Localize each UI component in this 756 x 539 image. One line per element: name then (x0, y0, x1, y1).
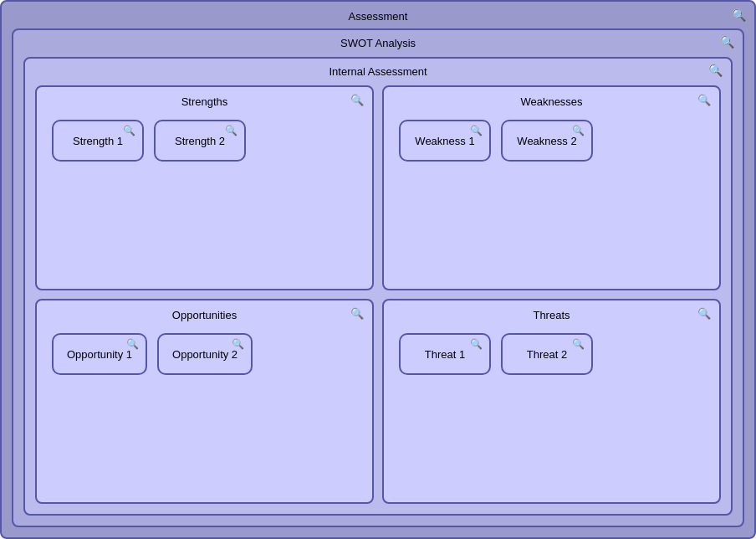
threats-title: Threats (392, 309, 711, 321)
internal-title: Internal Assessment (25, 65, 731, 78)
swot-search-icon[interactable]: 🔍 (720, 35, 734, 49)
weaknesses-items: 🔍 Weakness 1 🔍 Weakness 2 (392, 116, 711, 165)
strengths-quadrant: Strengths 🔍 🔍 Strength 1 🔍 Strength 2 (35, 85, 374, 290)
opportunity-1-search-icon[interactable]: 🔍 (126, 338, 139, 350)
strengths-search-icon[interactable]: 🔍 (350, 94, 364, 106)
internal-frame: Internal Assessment 🔍 Strengths 🔍 🔍 Stre… (23, 57, 733, 516)
threats-quadrant: Threats 🔍 🔍 Threat 1 🔍 Threat 2 (382, 299, 721, 504)
weakness-2-card[interactable]: 🔍 Weakness 2 (501, 120, 593, 162)
opportunity-1-label: Opportunity 1 (67, 348, 132, 361)
weaknesses-quadrant: Weaknesses 🔍 🔍 Weakness 1 🔍 Weakness 2 (382, 85, 721, 290)
opportunity-2-label: Opportunity 2 (172, 348, 238, 361)
opportunity-1-card[interactable]: 🔍 Opportunity 1 (52, 333, 147, 375)
swot-title: SWOT Analysis (13, 37, 743, 49)
assessment-title: Assessment (2, 10, 754, 23)
opportunities-items: 🔍 Opportunity 1 🔍 Opportunity 2 (45, 330, 364, 378)
weaknesses-title: Weaknesses (392, 95, 711, 108)
threats-search-icon[interactable]: 🔍 (697, 307, 711, 320)
opportunity-2-search-icon[interactable]: 🔍 (232, 338, 244, 350)
strength-2-label: Strength 2 (175, 135, 225, 147)
weakness-1-label: Weakness 1 (415, 135, 474, 147)
weakness-2-label: Weakness 2 (517, 135, 576, 147)
strength-1-search-icon[interactable]: 🔍 (123, 125, 135, 136)
threat-2-card[interactable]: 🔍 Threat 2 (501, 333, 593, 375)
opportunities-quadrant: Opportunities 🔍 🔍 Opportunity 1 🔍 Opport… (35, 299, 374, 504)
opportunities-search-icon[interactable]: 🔍 (350, 307, 364, 320)
opportunity-2-card[interactable]: 🔍 Opportunity 2 (157, 333, 253, 375)
internal-search-icon[interactable]: 🔍 (708, 64, 723, 77)
strengths-title: Strengths (45, 95, 364, 108)
opportunities-title: Opportunities (45, 309, 364, 321)
threat-2-label: Threat 2 (527, 348, 567, 361)
assessment-frame: Assessment 🔍 SWOT Analysis 🔍 Internal As… (0, 0, 756, 539)
strengths-items: 🔍 Strength 1 🔍 Strength 2 (45, 116, 364, 165)
swot-frame: SWOT Analysis 🔍 Internal Assessment 🔍 St… (12, 28, 744, 527)
weaknesses-search-icon[interactable]: 🔍 (697, 94, 711, 106)
strength-2-card[interactable]: 🔍 Strength 2 (154, 120, 246, 162)
weakness-1-search-icon[interactable]: 🔍 (470, 125, 483, 136)
strength-1-label: Strength 1 (73, 135, 123, 147)
threat-2-search-icon[interactable]: 🔍 (572, 338, 585, 350)
strength-2-search-icon[interactable]: 🔍 (225, 125, 238, 136)
threat-1-card[interactable]: 🔍 Threat 1 (399, 333, 491, 375)
quadrants-container: Strengths 🔍 🔍 Strength 1 🔍 Strength 2 (35, 85, 721, 504)
threat-1-search-icon[interactable]: 🔍 (470, 338, 483, 350)
threats-items: 🔍 Threat 1 🔍 Threat 2 (392, 330, 711, 378)
weakness-2-search-icon[interactable]: 🔍 (572, 125, 585, 136)
threat-1-label: Threat 1 (425, 348, 465, 361)
weakness-1-card[interactable]: 🔍 Weakness 1 (399, 120, 491, 162)
strength-1-card[interactable]: 🔍 Strength 1 (52, 120, 144, 162)
assessment-search-icon[interactable]: 🔍 (732, 8, 746, 22)
